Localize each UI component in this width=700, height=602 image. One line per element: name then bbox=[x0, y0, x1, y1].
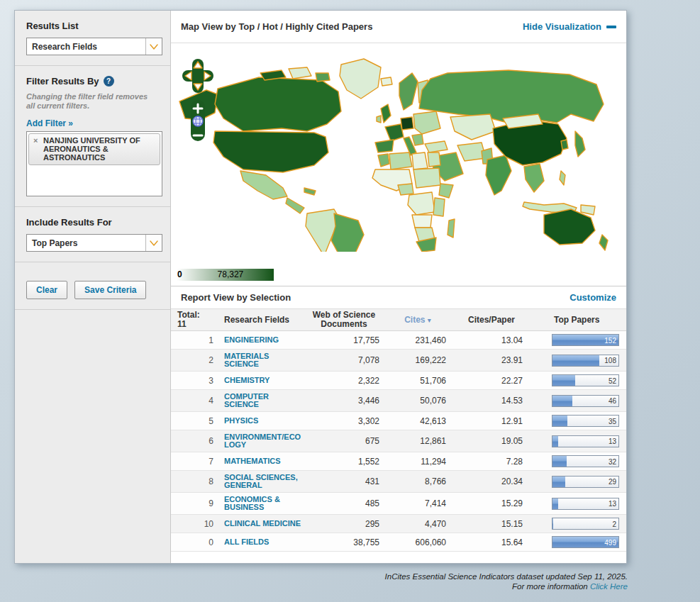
top-papers-bar-fill bbox=[552, 476, 565, 487]
research-field-link[interactable]: PHYSICS bbox=[224, 417, 304, 425]
research-field-link[interactable]: SOCIAL SCIENCES, GENERAL bbox=[224, 474, 304, 489]
cites-per-paper-value: 20.34 bbox=[452, 476, 531, 486]
research-field-link[interactable]: COMPUTER SCIENCE bbox=[224, 393, 304, 408]
research-field-link[interactable]: CHEMISTRY bbox=[224, 377, 304, 384]
field-cell: PHYSICS bbox=[216, 417, 304, 425]
footer-click-here-link[interactable]: Click Here bbox=[590, 582, 628, 591]
row-rank: 1 bbox=[171, 335, 216, 345]
cites-value: 11,294 bbox=[384, 457, 452, 467]
globe-icon[interactable] bbox=[193, 116, 203, 126]
filter-tag[interactable]: × NANJING UNIVERSITY OF AERONAUTICS & AS… bbox=[28, 133, 160, 165]
documents-value: 1,552 bbox=[304, 457, 384, 467]
app-panel: Results List Research Fields Filter Resu… bbox=[14, 10, 627, 564]
map-controls bbox=[182, 59, 213, 145]
table-row: 6ENVIRONMENT/ECOLOGY67512,86119.0513 bbox=[171, 430, 626, 452]
top-papers-bar: 2 bbox=[552, 518, 619, 530]
top-papers-cell: 32 bbox=[531, 455, 626, 467]
top-papers-bar: 499 bbox=[552, 536, 619, 548]
top-papers-bar: 35 bbox=[552, 415, 619, 427]
sort-desc-icon: ▾ bbox=[428, 316, 431, 324]
top-papers-cell: 13 bbox=[531, 435, 626, 447]
table-row: 7MATHEMATICS1,55211,2947.2832 bbox=[171, 452, 626, 471]
help-icon[interactable]: ? bbox=[104, 76, 114, 87]
row-rank: 2 bbox=[171, 355, 216, 365]
row-rank: 10 bbox=[171, 519, 216, 529]
research-field-link[interactable]: ENVIRONMENT/ECOLOGY bbox=[224, 433, 304, 449]
table-row: 0ALL FIELDS38,755606,06015.64499 bbox=[171, 533, 626, 552]
top-papers-cell: 108 bbox=[531, 355, 626, 367]
top-papers-bar-fill bbox=[552, 436, 558, 447]
table-row: 4COMPUTER SCIENCE3,44650,07614.5346 bbox=[171, 390, 626, 412]
top-papers-bar-fill bbox=[552, 416, 567, 426]
footer-dataset-note: InCites Essential Science Indicators dat… bbox=[385, 572, 628, 581]
include-results-value: Top Papers bbox=[27, 238, 145, 248]
field-cell: ALL FIELDS bbox=[216, 538, 304, 546]
add-filter-link[interactable]: Add Filter » bbox=[26, 118, 73, 128]
cites-per-paper-value: 7.28 bbox=[452, 457, 531, 467]
top-papers-value: 46 bbox=[609, 397, 616, 405]
cites-per-paper-value: 15.15 bbox=[452, 519, 531, 529]
research-field-link[interactable]: ALL FIELDS bbox=[224, 538, 304, 546]
top-papers-bar-fill bbox=[552, 518, 553, 529]
collapse-icon bbox=[606, 26, 616, 28]
field-cell: COMPUTER SCIENCE bbox=[216, 393, 304, 408]
include-results-dropdown[interactable]: Top Papers bbox=[26, 234, 162, 252]
top-papers-bar: 13 bbox=[552, 435, 619, 447]
column-header-documents[interactable]: Web of Science Documents bbox=[304, 309, 384, 330]
top-papers-value: 13 bbox=[609, 437, 616, 445]
cites-per-paper-value: 12.91 bbox=[452, 416, 531, 426]
top-papers-value: 108 bbox=[604, 357, 616, 364]
top-papers-value: 32 bbox=[609, 457, 616, 465]
field-cell: ENGINEERING bbox=[216, 336, 304, 344]
cites-value: 231,460 bbox=[384, 335, 452, 345]
hide-visualization-label: Hide Visualization bbox=[523, 21, 601, 32]
column-header-top-papers[interactable]: Top Papers bbox=[531, 314, 626, 326]
cites-value: 50,076 bbox=[384, 396, 452, 406]
research-field-link[interactable]: MATHEMATICS bbox=[224, 457, 304, 465]
world-map[interactable] bbox=[175, 45, 623, 252]
remove-filter-icon[interactable]: × bbox=[33, 136, 38, 145]
row-rank: 4 bbox=[171, 396, 216, 406]
save-criteria-button[interactable]: Save Criteria bbox=[74, 281, 146, 299]
legend-max-value: 78,327 bbox=[218, 269, 244, 279]
cites-value: 169,222 bbox=[384, 355, 452, 365]
hide-visualization-link[interactable]: Hide Visualization bbox=[523, 21, 616, 32]
report-table-body: 1ENGINEERING17,755231,46013.041522MATERI… bbox=[171, 331, 626, 563]
row-rank: 6 bbox=[171, 436, 216, 446]
top-papers-value: 152 bbox=[604, 336, 616, 344]
top-papers-bar: 46 bbox=[552, 395, 619, 407]
table-row: 5PHYSICS3,30242,61312.9135 bbox=[171, 412, 626, 430]
top-papers-cell: 2 bbox=[531, 518, 626, 530]
cites-value: 51,706 bbox=[384, 376, 452, 386]
clear-button[interactable]: Clear bbox=[26, 281, 67, 299]
field-cell: CLINICAL MEDICINE bbox=[216, 520, 304, 528]
top-papers-value: 52 bbox=[609, 377, 616, 384]
top-papers-bar: 32 bbox=[552, 455, 619, 467]
research-field-link[interactable]: ENGINEERING bbox=[224, 336, 304, 344]
filter-title: Filter Results By bbox=[26, 76, 99, 87]
documents-value: 675 bbox=[304, 436, 384, 446]
column-header-cites-per-paper[interactable]: Cites/Paper bbox=[452, 314, 531, 326]
research-field-link[interactable]: MATERIALS SCIENCE bbox=[224, 352, 304, 368]
column-header-research-fields[interactable]: Research Fields bbox=[216, 314, 304, 326]
top-papers-bar-fill bbox=[552, 456, 567, 467]
report-table-header: Total: 11 Research Fields Web of Science… bbox=[171, 309, 626, 331]
table-row: 1ENGINEERING17,755231,46013.04152 bbox=[171, 331, 626, 350]
map-legend: 0 78,327 bbox=[177, 269, 274, 281]
customize-link[interactable]: Customize bbox=[570, 292, 616, 303]
research-field-link[interactable]: CLINICAL MEDICINE bbox=[224, 520, 304, 528]
row-rank: 0 bbox=[171, 537, 216, 547]
cites-value: 4,470 bbox=[384, 519, 452, 529]
top-papers-bar-fill bbox=[552, 498, 558, 509]
documents-value: 17,755 bbox=[304, 335, 384, 345]
row-rank: 9 bbox=[171, 498, 216, 508]
field-cell: MATHEMATICS bbox=[216, 457, 304, 465]
filter-tag-label: NANJING UNIVERSITY OF AERONAUTICS & ASTR… bbox=[43, 136, 140, 162]
cites-value: 606,060 bbox=[384, 537, 452, 547]
research-field-link[interactable]: ECONOMICS & BUSINESS bbox=[224, 496, 304, 511]
results-list-dropdown[interactable]: Research Fields bbox=[26, 38, 162, 55]
field-cell: SOCIAL SCIENCES, GENERAL bbox=[216, 474, 304, 489]
chevron-down-icon bbox=[145, 235, 162, 251]
column-header-cites[interactable]: Cites ▾ bbox=[384, 314, 452, 326]
top-papers-cell: 35 bbox=[531, 415, 626, 427]
